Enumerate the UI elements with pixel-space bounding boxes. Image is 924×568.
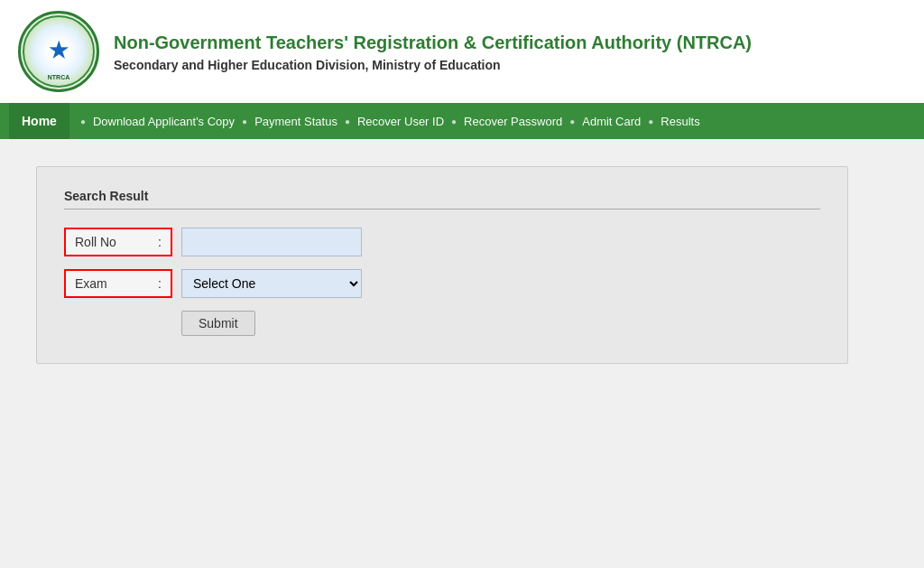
exam-label: Exam : — [64, 269, 172, 298]
roll-no-label-text: Roll No — [75, 235, 116, 249]
site-subtitle: Secondary and Higher Education Division,… — [114, 58, 906, 72]
main-content: Search Result Roll No : Exam : Select On… — [0, 139, 924, 536]
exam-colon: : — [158, 276, 162, 291]
nav-payment-status[interactable]: Payment Status — [249, 115, 343, 128]
nav-recover-password[interactable]: Recover Password — [458, 115, 568, 128]
header-text-block: Non-Government Teachers' Registration & … — [114, 31, 906, 72]
nav-dot-3: ● — [345, 116, 350, 126]
nav-dot-5: ● — [569, 116, 575, 126]
nav-dot-2: ● — [242, 116, 247, 126]
nav-results[interactable]: Results — [655, 115, 705, 128]
main-navbar: Home ● Download Applicant's Copy ● Payme… — [0, 103, 924, 139]
submit-button[interactable]: Submit — [181, 311, 255, 336]
exam-row: Exam : Select One17th NTRCA16th NTRCA15t… — [64, 269, 820, 298]
roll-no-row: Roll No : — [64, 228, 820, 256]
roll-no-label: Roll No : — [64, 228, 172, 256]
logo-star-icon: ★ — [49, 38, 69, 63]
search-result-section: Search Result Roll No : Exam : Select On… — [36, 166, 848, 364]
roll-no-colon: : — [158, 235, 162, 249]
exam-select[interactable]: Select One17th NTRCA16th NTRCA15th NTRCA… — [181, 269, 362, 298]
nav-items-container: ● Download Applicant's Copy ● Payment St… — [69, 115, 915, 128]
nav-recover-userid[interactable]: Recover User ID — [352, 115, 449, 128]
exam-label-text: Exam — [75, 276, 107, 291]
nav-download-applicant[interactable]: Download Applicant's Copy — [88, 115, 240, 128]
nav-admit-card[interactable]: Admit Card — [577, 115, 646, 128]
site-header: ★ NTRCA Non-Government Teachers' Registr… — [0, 0, 924, 103]
nav-dot-4: ● — [451, 116, 457, 126]
roll-no-input[interactable] — [181, 228, 362, 256]
nav-home-link[interactable]: Home — [9, 103, 69, 139]
submit-row: Submit — [64, 311, 820, 336]
site-title: Non-Government Teachers' Registration & … — [114, 31, 906, 54]
section-title: Search Result — [64, 189, 820, 210]
nav-dot-6: ● — [648, 116, 653, 126]
nav-dot-1: ● — [80, 116, 86, 126]
site-logo: ★ NTRCA — [18, 11, 99, 92]
